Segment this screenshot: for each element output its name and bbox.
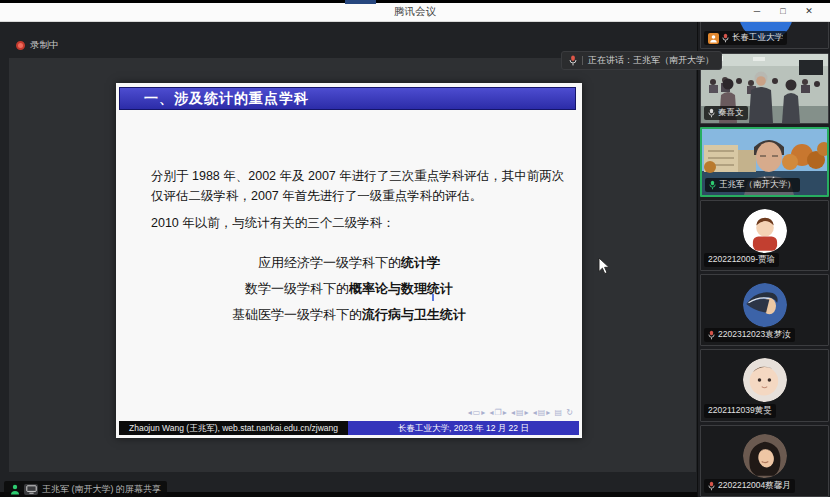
host-badge-icon: [708, 33, 719, 44]
mic-icon: [708, 330, 715, 340]
titlebar[interactable]: 腾讯会议 ─ □ ✕: [0, 0, 830, 22]
participant-tile[interactable]: 2202212004蔡馨月: [700, 425, 829, 497]
slide-bullet: 数学一级学科下的概率论与数理统计: [116, 276, 582, 302]
screen-share-status: 王兆军 (南开大学) 的屏幕共享: [4, 481, 167, 497]
presenter-icon: [10, 484, 20, 495]
mic-icon: [708, 481, 715, 491]
mic-icon: [708, 108, 715, 118]
participant-name-label: 2202212004蔡馨月: [704, 479, 795, 493]
screen-share-status-text: 王兆军 (南开大学) 的屏幕共享: [42, 483, 161, 496]
participant-tile[interactable]: 2202212009-贾瑜: [700, 200, 829, 271]
slide-bullet: 基础医学一级学科下的流行病与卫生统计: [116, 302, 582, 328]
recording-label: 录制中: [30, 39, 59, 52]
participant-tile-active-speaker[interactable]: 王兆军（南开大学）: [700, 127, 829, 197]
participant-tile[interactable]: 2202112039黄旻: [700, 349, 829, 422]
mouse-cursor-icon: [598, 257, 610, 275]
window-controls: ─ □ ✕: [744, 3, 822, 19]
participant-name-label: 2202312023袁梦汝: [704, 328, 795, 342]
slide-paragraph-2: 2010 年以前，与统计有关的三个二级学科：: [151, 213, 565, 233]
participant-name-label: 2202212009-贾瑜: [704, 253, 779, 267]
speaking-label: 正在讲话：王兆军（南开大学）: [588, 54, 714, 67]
beamer-navigation-icons: ◂▭▸ ◂❐▸ ◂▤▸ ◂▤▸ ▤ ↻: [468, 408, 574, 417]
participants-sidebar[interactable]: 长春工业大学: [697, 21, 830, 497]
microphone-icon: [569, 55, 577, 66]
slide-paragraph-1: 分别于 1988 年、2002 年及 2007 年进行了三次重点学科评估，其中前…: [151, 166, 565, 206]
divider: [582, 56, 583, 65]
slide-footer-venue-date: 长春工业大学, 2023 年 12 月 22 日: [348, 421, 579, 435]
slide-bullet-list: 应用经济学一级学科下的统计学 数学一级学科下的概率论与数理统计 基础医学一级学科…: [116, 250, 582, 328]
record-icon: [16, 41, 25, 50]
active-speaker-banner: 正在讲话：王兆军（南开大学）: [561, 51, 722, 70]
mic-active-icon: [709, 180, 716, 190]
annotation-caret: [432, 294, 434, 301]
maximize-button[interactable]: □: [770, 3, 796, 19]
background-window-tab: [345, 0, 376, 4]
participant-name-label: 秦喜文: [704, 106, 748, 120]
tencent-meeting-window: { "window": { "title": "腾讯会议", "minimize…: [0, 0, 830, 497]
slide-footer: Zhaojun Wang (王兆军), web.stat.nankai.edu.…: [119, 421, 579, 435]
participant-name-label: 2202112039黄旻: [704, 404, 776, 418]
avatar: [743, 358, 787, 402]
monitor-icon: [24, 484, 38, 495]
participant-tile[interactable]: 2202312023袁梦汝: [700, 274, 829, 346]
participant-name-label: 王兆军（南开大学）: [705, 178, 800, 192]
mic-icon: [722, 33, 729, 43]
minimize-button[interactable]: ─: [744, 3, 770, 19]
avatar: [743, 434, 787, 478]
screen-top-edge: [0, 0, 830, 3]
slide-footer-author: Zhaojun Wang (王兆军), web.stat.nankai.edu.…: [119, 421, 348, 435]
avatar: [743, 283, 787, 327]
participant-name-label: 长春工业大学: [704, 31, 787, 45]
presentation-slide: 一、涉及统计的重点学科 分别于 1988 年、2002 年及 2007 年进行了…: [116, 83, 582, 438]
recording-indicator: 录制中: [16, 39, 59, 52]
slide-bullet: 应用经济学一级学科下的统计学: [116, 250, 582, 276]
slide-title: 一、涉及统计的重点学科: [119, 87, 576, 110]
participant-tile[interactable]: 长春工业大学: [700, 21, 829, 49]
close-button[interactable]: ✕: [796, 3, 822, 19]
avatar: [743, 209, 787, 253]
window-title: 腾讯会议: [0, 5, 830, 19]
